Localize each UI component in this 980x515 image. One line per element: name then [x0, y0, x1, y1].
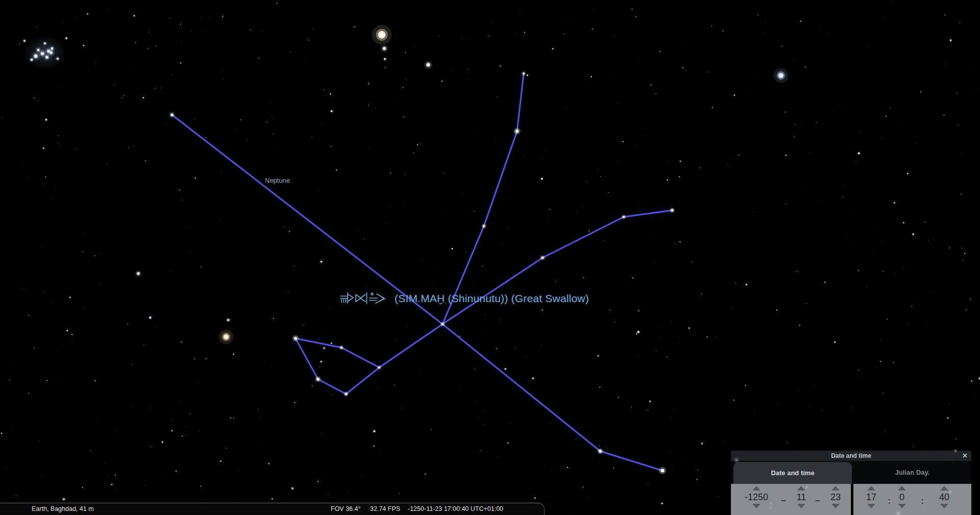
sky-canvas[interactable] [0, 0, 980, 515]
status-fps: 32.74 FPS [370, 505, 400, 512]
tab-date-and-time[interactable]: Date and time [733, 462, 852, 484]
month-up-arrow[interactable] [797, 486, 805, 491]
day-up-arrow[interactable] [831, 486, 840, 491]
stellarium-window: (SIM.MAḪ (Shinunutu)) (Great Swallow) Ne… [0, 0, 980, 515]
dialog-tab-bar: Date and time Julian Day. [731, 461, 971, 484]
status-fov: FOV 36.4° [331, 505, 361, 512]
status-datetime: -1250-11-23 17:00:40 UTC+01:00 [408, 505, 503, 512]
month-spinner: 11 [797, 486, 806, 508]
minute-value[interactable]: 0 [899, 492, 904, 502]
minute-spinner: 0 [898, 486, 906, 508]
date-time-dialog: Date and time × Date and time Julian Day… [731, 451, 971, 515]
year-spinner: -1250 [745, 486, 768, 508]
second-up-arrow[interactable] [940, 486, 948, 491]
hour-spinner: 17 [866, 486, 876, 508]
second-value[interactable]: 40 [939, 492, 949, 502]
hour-value[interactable]: 17 [866, 492, 876, 502]
second-down-arrow[interactable] [940, 504, 948, 508]
day-spinner: 23 [830, 486, 841, 508]
close-icon[interactable]: × [963, 451, 967, 461]
year-down-arrow[interactable] [752, 504, 761, 508]
year-up-arrow[interactable] [752, 486, 761, 491]
date-spinner-panel: -1250 − 11 − 23 [731, 484, 851, 515]
month-down-arrow[interactable] [797, 504, 805, 508]
dialog-titlebar[interactable]: Date and time × [731, 451, 971, 461]
date-separator: − [815, 494, 820, 509]
hour-down-arrow[interactable] [867, 504, 875, 508]
hour-up-arrow[interactable] [867, 486, 875, 491]
time-spinner-panel: 17 : 0 : 40 [853, 484, 971, 515]
status-bar: Earth, Baghdad, 41 m FOV 36.4° 32.74 FPS… [0, 503, 545, 515]
second-spinner: 40 [939, 486, 949, 508]
status-location: Earth, Baghdad, 41 m [32, 505, 94, 512]
time-separator: : [921, 494, 924, 509]
day-value[interactable]: 23 [830, 492, 841, 502]
time-separator: : [888, 494, 891, 509]
tab-julian-day[interactable]: Julian Day. [853, 461, 971, 484]
minute-up-arrow[interactable] [898, 486, 906, 491]
day-down-arrow[interactable] [831, 504, 840, 508]
date-separator: − [781, 494, 786, 509]
dialog-spinners: -1250 − 11 − 23 17 [731, 484, 971, 515]
dialog-title: Date and time [831, 452, 871, 459]
minute-down-arrow[interactable] [898, 504, 906, 508]
month-value[interactable]: 11 [797, 492, 806, 502]
year-value[interactable]: -1250 [745, 492, 768, 502]
